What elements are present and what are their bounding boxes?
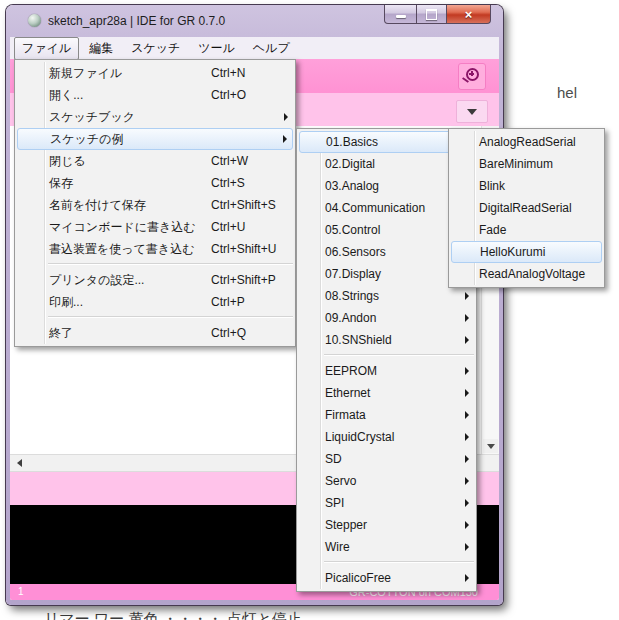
menu-item-label: 保存 — [49, 172, 73, 194]
menu-item-label: 開く... — [49, 84, 83, 106]
tab-menu-button[interactable] — [456, 100, 488, 123]
menu-item-label: Fade — [479, 219, 506, 241]
menu-item-label: Blink — [479, 175, 505, 197]
menu-item-label: Firmata — [325, 404, 366, 426]
serial-monitor-button[interactable] — [458, 63, 486, 90]
menu-item-shortcut: Ctrl+O — [211, 84, 246, 106]
menu-item-upload-programmer[interactable]: 書込装置を使って書き込むCtrl+Shift+U — [15, 238, 295, 260]
submenu-arrow-icon — [465, 543, 469, 551]
menu-item-examples[interactable]: スケッチの例 — [17, 128, 293, 150]
menu-item-servo[interactable]: Servo — [297, 470, 476, 492]
basics-submenu: AnalogReadSerialBareMinimumBlinkDigitalR… — [448, 128, 605, 288]
menu-item-label: 10.SNShield — [325, 329, 392, 351]
menu-item-shortcut: Ctrl+N — [211, 62, 245, 84]
file-menu: 新規ファイルCtrl+N開く...Ctrl+Oスケッチブックスケッチの例閉じるC… — [14, 59, 296, 347]
submenu-arrow-icon — [465, 367, 469, 375]
menu-item-label: 印刷... — [49, 291, 83, 313]
close-button[interactable]: × — [446, 5, 491, 24]
menubar-item-file[interactable]: ファイル — [14, 37, 79, 60]
menubar-item-sketch[interactable]: スケッチ — [123, 37, 188, 60]
menu-item-fade[interactable]: Fade — [449, 219, 604, 241]
menu-item-picalicofree[interactable]: PicalicoFree — [297, 567, 476, 589]
menu-item-label: EEPROM — [325, 360, 377, 382]
submenu-arrow-icon — [465, 336, 469, 344]
menu-item-analogreadserial[interactable]: AnalogReadSerial — [449, 131, 604, 153]
app-icon — [28, 14, 41, 27]
menubar-item-edit[interactable]: 編集 — [81, 37, 121, 60]
menu-item-label: 名前を付けて保存 — [49, 194, 146, 216]
menu-item-label: ReadAnalogVoltage — [479, 263, 585, 285]
menu-item-sketchbook[interactable]: スケッチブック — [15, 106, 295, 128]
menu-item-label: 閉じる — [49, 150, 86, 172]
menu-item-liquidcrystal[interactable]: LiquidCrystal — [297, 426, 476, 448]
submenu-arrow-icon — [465, 521, 469, 529]
maximize-button[interactable] — [417, 5, 446, 24]
menu-item-label: HelloKurumi — [480, 242, 545, 262]
menu-item-save-as[interactable]: 名前を付けて保存Ctrl+Shift+S — [15, 194, 295, 216]
menu-item-print[interactable]: 印刷...Ctrl+P — [15, 291, 295, 313]
menu-item-upload[interactable]: マイコンボードに書き込むCtrl+U — [15, 216, 295, 238]
menu-item-label: LiquidCrystal — [325, 426, 394, 448]
menu-item-label: 09.Andon — [325, 307, 376, 329]
menu-item-shortcut: Ctrl+Shift+S — [211, 194, 276, 216]
menu-item-wire[interactable]: Wire — [297, 536, 476, 558]
title-bar[interactable]: sketch_apr28a | IDE for GR 0.7.0 × — [6, 5, 503, 37]
submenu-arrow-icon — [465, 499, 469, 507]
menu-item-10-snshield[interactable]: 10.SNShield — [297, 329, 476, 351]
menu-item-label: DigitalReadSerial — [479, 197, 572, 219]
chevron-down-icon — [467, 109, 477, 115]
line-number: 1 — [18, 586, 24, 597]
menu-item-label: マイコンボードに書き込む — [49, 216, 196, 238]
menu-item-save[interactable]: 保存Ctrl+S — [15, 172, 295, 194]
submenu-arrow-icon — [465, 433, 469, 441]
menu-item-new-file[interactable]: 新規ファイルCtrl+N — [15, 62, 295, 84]
menu-item-label: AnalogReadSerial — [479, 131, 576, 153]
submenu-arrow-icon — [465, 574, 469, 582]
close-icon: × — [465, 8, 473, 21]
menubar-item-tools[interactable]: ツール — [190, 37, 243, 60]
menu-item-label: 07.Display — [325, 263, 381, 285]
menu-item-page-setup[interactable]: プリンタの設定...Ctrl+Shift+P — [15, 269, 295, 291]
menu-item-stepper[interactable]: Stepper — [297, 514, 476, 536]
menu-item-digitalreadserial[interactable]: DigitalReadSerial — [449, 197, 604, 219]
menu-item-label: 終了 — [49, 322, 73, 344]
menu-separator — [324, 558, 474, 567]
menu-item-blink[interactable]: Blink — [449, 175, 604, 197]
submenu-arrow-icon — [465, 314, 469, 322]
menu-separator — [324, 351, 474, 360]
menu-item-firmata[interactable]: Firmata — [297, 404, 476, 426]
menu-item-label: スケッチブック — [49, 106, 135, 128]
menu-item-08-strings[interactable]: 08.Strings — [297, 285, 476, 307]
desktop-text-bottom: リマー ワー 黄色 ・・・・ 点灯と停止 — [44, 610, 302, 620]
menu-item-spi[interactable]: SPI — [297, 492, 476, 514]
scroll-down-button[interactable] — [483, 439, 498, 453]
submenu-arrow-icon — [465, 411, 469, 419]
menu-separator — [48, 313, 293, 322]
menu-item-label: 06.Sensors — [325, 241, 386, 263]
menu-item-eeprom[interactable]: EEPROM — [297, 360, 476, 382]
menubar-item-help[interactable]: ヘルプ — [245, 37, 298, 60]
minimize-button[interactable] — [384, 5, 417, 24]
menu-item-readanalogvoltage[interactable]: ReadAnalogVoltage — [449, 263, 604, 285]
menu-item-label: 01.Basics — [326, 132, 378, 152]
menu-item-label: 04.Communication — [325, 197, 425, 219]
submenu-arrow-icon — [465, 455, 469, 463]
menu-item-ethernet[interactable]: Ethernet — [297, 382, 476, 404]
menu-item-bareminimum[interactable]: BareMinimum — [449, 153, 604, 175]
menu-item-shortcut: Ctrl+Shift+P — [211, 269, 276, 291]
menu-item-label: BareMinimum — [479, 153, 553, 175]
submenu-arrow-icon — [465, 292, 469, 300]
menu-item-sd[interactable]: SD — [297, 448, 476, 470]
menu-item-quit[interactable]: 終了Ctrl+Q — [15, 322, 295, 344]
menu-item-close[interactable]: 閉じるCtrl+W — [15, 150, 295, 172]
menu-item-hellokurumi[interactable]: HelloKurumi — [451, 241, 602, 263]
menu-item-label: Ethernet — [325, 382, 370, 404]
menu-item-shortcut: Ctrl+S — [211, 172, 245, 194]
menu-item-shortcut: Ctrl+Q — [211, 322, 246, 344]
menu-item-open[interactable]: 開く...Ctrl+O — [15, 84, 295, 106]
scroll-left-button[interactable] — [12, 456, 27, 469]
window-title: sketch_apr28a | IDE for GR 0.7.0 — [48, 14, 225, 28]
menu-item-label: プリンタの設定... — [49, 269, 144, 291]
menu-item-09-andon[interactable]: 09.Andon — [297, 307, 476, 329]
submenu-arrow-icon — [284, 113, 288, 121]
